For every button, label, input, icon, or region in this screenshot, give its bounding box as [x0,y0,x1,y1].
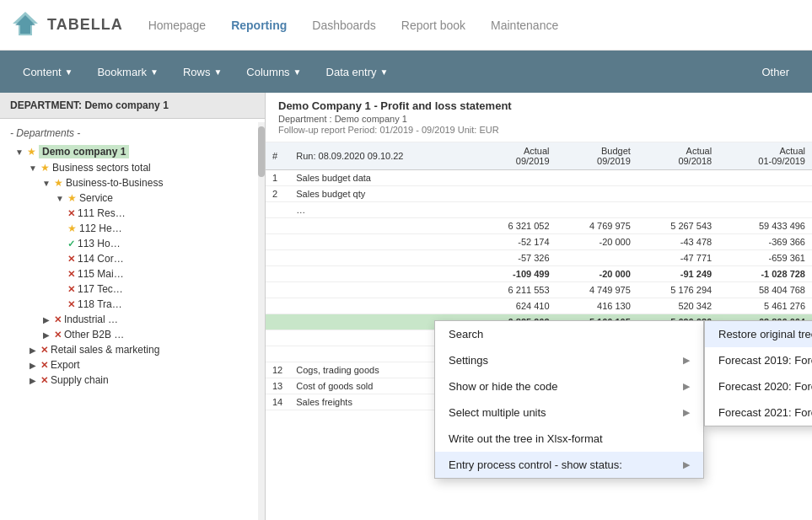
bookmark-button[interactable]: Bookmark ▼ [87,62,168,83]
tree-label: Service [79,192,113,204]
tree-label: Business sectors total [52,162,151,174]
tree-toggle[interactable]: ▶ [27,359,39,371]
submenu-item-forecast-2019[interactable]: Forecast 2019: Forecast main version [705,347,812,373]
tree-toggle[interactable]: ▶ [40,329,52,340]
table-row: -57 326 -47 771 -659 361 [266,250,812,266]
menu-item-search[interactable]: Search [435,321,703,347]
tree-toggle[interactable]: ▼ [27,162,39,174]
tree-toggle[interactable]: ▶ [40,314,52,325]
logo-icon [8,8,42,42]
tree-item-113[interactable]: ✓ 113 Ho… [0,236,265,251]
logo: TABELLA [8,8,123,42]
columns-button[interactable]: Columns ▼ [236,62,311,83]
x-icon: ✕ [67,208,75,219]
nav-report-book[interactable]: Report book [401,19,465,32]
submenu: Restore original tree colors Forecast 20… [704,320,812,426]
tree-item-retail[interactable]: ▶ ✕ Retail sales & marketing [0,342,265,357]
other-button[interactable]: Other [751,62,799,83]
report-subtitle: Department : Demo company 1 [278,114,799,124]
table-row: 6 211 553 4 749 975 5 176 294 58 404 768 [266,282,812,298]
columns-arrow-icon: ▼ [293,67,302,77]
menu-item-entry-process[interactable]: Entry process control - show status: ▶ [435,452,703,478]
tree-item-111[interactable]: ✕ 111 Res… [0,206,265,221]
tree-item-other-b2b[interactable]: ▶ ✕ Other B2B … [0,327,265,342]
table-row: -52 174 -20 000 -43 478 -369 366 [266,234,812,250]
table-row: -109 499 -20 000 -91 249 -1 028 728 [266,266,812,282]
sidebar: DEPARTMENT: Demo company 1 - Departments… [0,93,266,520]
submenu-item-forecast-2020[interactable]: Forecast 2020: Forecast main version [705,373,812,399]
star-icon: ★ [67,192,77,204]
tree-item-115[interactable]: ✕ 115 Mai… [0,266,265,281]
tree-label: Business-to-Business [66,177,163,189]
tree-item-supply-chain[interactable]: ▶ ✕ Supply chain [0,373,265,388]
x-icon: ✕ [67,284,75,295]
tree-item-b2b[interactable]: ▼ ★ Business-to-Business [0,175,265,190]
tree-label: 117 Tec… [78,283,123,295]
logo-text: TABELLA [47,16,123,34]
data-entry-button[interactable]: Data entry ▼ [316,62,399,83]
tree-label: 112 He… [79,222,122,234]
tree-label: Supply chain [51,374,109,386]
menu-item-write-xlsx[interactable]: Write out the tree in Xlsx-format [435,426,703,452]
col-actual-09-2019: Actual09/2019 [475,142,556,170]
content-button[interactable]: Content ▼ [13,62,83,83]
tree-item-demo-company[interactable]: ▼ ★ Demo company 1 [0,143,265,160]
main-layout: DEPARTMENT: Demo company 1 - Departments… [0,93,812,520]
report-meta: Follow-up report Period: 01/2019 - 09/20… [278,125,799,135]
rows-button[interactable]: Rows ▼ [173,62,232,83]
x-icon: ✕ [67,254,75,265]
nav-reporting[interactable]: Reporting [231,19,287,32]
submenu-arrow-icon: ▶ [683,355,690,366]
context-menu: Search Settings ▶ Show or hide the code … [434,320,704,479]
table-row: … [266,202,812,218]
menu-item-show-hide-code[interactable]: Show or hide the code ▶ [435,373,703,399]
tree-label: Demo company 1 [39,145,129,158]
star-icon: ★ [27,146,36,158]
nav-homepage[interactable]: Homepage [148,19,207,32]
sidebar-scrollbar-thumb [258,126,265,177]
submenu-item-restore-colors[interactable]: Restore original tree colors [705,321,812,347]
svg-marker-1 [15,15,35,34]
tree-label: 114 Cor… [78,253,124,265]
sidebar-scrollbar[interactable] [258,122,265,520]
x-icon: ✕ [40,345,48,356]
tree-item-service[interactable]: ▼ ★ Service [0,190,265,206]
tree-label: 115 Mai… [78,268,124,280]
rows-arrow-icon: ▼ [213,67,222,77]
tree-item-business-sectors[interactable]: ▼ ★ Business sectors total [0,160,265,175]
tree-item-industrial[interactable]: ▶ ✕ Industrial … [0,312,265,327]
tree-label: Retail sales & marketing [51,344,159,356]
report-header: Demo Company 1 - Profit and loss stateme… [266,93,812,142]
x-icon: ✕ [54,330,62,340]
col-actual-01-09-2019: Actual01-09/2019 [718,142,812,170]
tree-label: Industrial … [64,314,118,325]
col-run: Run: 08.09.2020 09.10.22 [289,142,475,170]
col-num: # [266,142,289,170]
tree-item-118[interactable]: ✕ 118 Tra… [0,297,265,312]
sidebar-content: - Departments - ▼ ★ Demo company 1 ▼ ★ B… [0,119,265,392]
tree-item-114[interactable]: ✕ 114 Cor… [0,251,265,266]
tree-toggle[interactable]: ▼ [54,192,66,204]
tree-label: Other B2B … [64,329,124,340]
menu-item-settings[interactable]: Settings ▶ [435,347,703,373]
bookmark-arrow-icon: ▼ [150,67,159,77]
sidebar-section-title: - Departments - [0,123,265,143]
tree-label: Export [51,359,80,371]
x-icon: ✕ [67,299,75,310]
tree-item-117[interactable]: ✕ 117 Tec… [0,281,265,297]
tree-toggle[interactable]: ▶ [27,344,39,356]
table-row: 1 Sales budget data [266,170,812,186]
submenu-item-forecast-2021[interactable]: Forecast 2021: Forecast main version [705,399,812,426]
nav-maintenance[interactable]: Maintenance [491,19,558,32]
table-row: 2 Sales budget qty [266,186,812,202]
check-icon: ✓ [67,239,75,249]
tree-toggle[interactable]: ▼ [13,146,25,158]
menu-item-select-multiple[interactable]: Select multiple units ▶ [435,399,703,426]
data-entry-arrow-icon: ▼ [380,67,389,77]
tree-toggle[interactable]: ▶ [27,374,39,386]
tree-item-export[interactable]: ▶ ✕ Export [0,357,265,373]
tree-item-112[interactable]: ★ 112 He… [0,221,265,236]
tree-toggle[interactable]: ▼ [40,177,52,189]
nav-dashboards[interactable]: Dashboards [312,19,376,32]
nav-links: Homepage Reporting Dashboards Report boo… [148,19,559,32]
